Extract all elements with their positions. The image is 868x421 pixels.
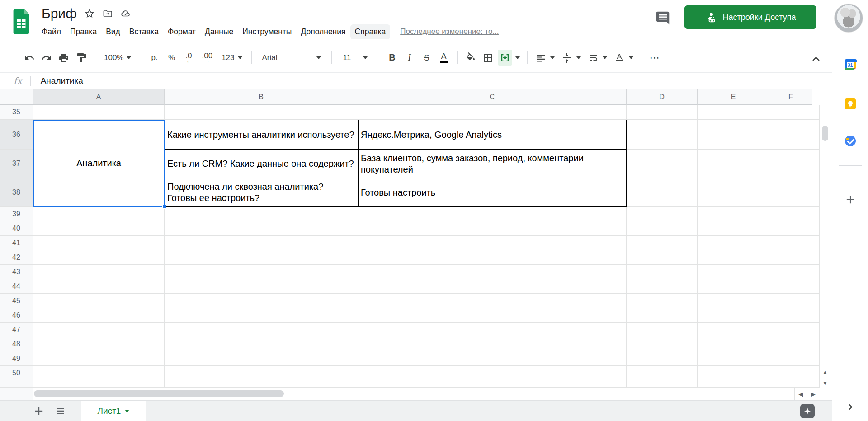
select-all-corner[interactable] bbox=[0, 89, 33, 105]
document-title[interactable]: Бриф bbox=[42, 6, 77, 21]
row-header-47[interactable]: 47 bbox=[0, 323, 33, 337]
row-header-36[interactable]: 36 bbox=[0, 120, 33, 150]
star-icon[interactable] bbox=[84, 8, 95, 19]
scroll-right-icon[interactable]: ▶ bbox=[807, 388, 820, 400]
row-header-44[interactable]: 44 bbox=[0, 279, 33, 294]
menu-item-6[interactable]: Инструменты bbox=[238, 24, 296, 39]
cloud-status-icon[interactable] bbox=[120, 8, 131, 19]
grid-line bbox=[33, 279, 819, 279]
comment-history-icon[interactable] bbox=[655, 10, 671, 26]
menu-item-2[interactable]: Вид bbox=[101, 24, 125, 39]
row-header-41[interactable]: 41 bbox=[0, 236, 33, 250]
horizontal-scroll-buttons: ◀ ▶ bbox=[794, 388, 819, 400]
keep-icon[interactable] bbox=[844, 98, 857, 110]
horizontal-align-icon[interactable] bbox=[533, 50, 548, 66]
merge-options-caret[interactable] bbox=[515, 56, 520, 59]
menu-item-1[interactable]: Правка bbox=[66, 24, 101, 39]
horizontal-scrollbar-thumb[interactable] bbox=[34, 390, 284, 397]
svg-text:31: 31 bbox=[847, 62, 853, 68]
font-select[interactable]: Arial bbox=[258, 50, 326, 66]
column-header-B[interactable]: B bbox=[165, 89, 358, 105]
share-settings-button[interactable]: Настройки Доступа bbox=[684, 5, 816, 29]
undo-icon[interactable] bbox=[22, 50, 37, 66]
more-formats-button[interactable]: 123 bbox=[218, 50, 245, 66]
toolbar-divider bbox=[642, 51, 642, 64]
currency-format-button[interactable]: р. bbox=[147, 50, 161, 66]
paint-format-icon[interactable] bbox=[74, 50, 88, 66]
menu-item-4[interactable]: Формат bbox=[163, 24, 200, 39]
row-header-49[interactable]: 49 bbox=[0, 351, 33, 366]
merge-cells-icon[interactable] bbox=[498, 50, 512, 66]
scroll-left-icon[interactable]: ◀ bbox=[794, 388, 807, 400]
grid-line bbox=[33, 380, 819, 380]
column-header-F[interactable]: F bbox=[769, 89, 812, 105]
row-header-48[interactable]: 48 bbox=[0, 337, 33, 351]
increase-decimal-button[interactable]: .00→ bbox=[198, 50, 216, 66]
row-header-38[interactable]: 38 bbox=[0, 178, 33, 207]
borders-icon[interactable] bbox=[481, 50, 495, 66]
percent-format-button[interactable]: % bbox=[164, 50, 179, 66]
user-avatar[interactable] bbox=[834, 4, 863, 33]
column-header-E[interactable]: E bbox=[698, 89, 769, 105]
menu-item-8[interactable]: Справка bbox=[350, 24, 391, 39]
menu-item-7[interactable]: Дополнения bbox=[296, 24, 350, 39]
panel-divider bbox=[839, 165, 862, 166]
menu-item-3[interactable]: Вставка bbox=[125, 24, 163, 39]
row-header-partial[interactable] bbox=[0, 380, 33, 388]
scroll-down-icon[interactable]: ▼ bbox=[819, 379, 831, 388]
toolbar-divider bbox=[457, 51, 458, 64]
text-wrap-icon[interactable] bbox=[586, 50, 600, 66]
text-rotation-caret[interactable] bbox=[629, 56, 633, 59]
chevron-right-icon[interactable] bbox=[845, 402, 856, 412]
row-header-40[interactable]: 40 bbox=[0, 221, 33, 236]
sheet-tab-active[interactable]: Лист1 bbox=[81, 401, 146, 421]
add-addon-icon[interactable] bbox=[844, 193, 857, 206]
explore-sparkle-icon[interactable] bbox=[800, 404, 815, 418]
sheets-logo-icon[interactable] bbox=[13, 8, 30, 35]
vertical-align-icon[interactable] bbox=[560, 50, 574, 66]
more-toolbar-button[interactable]: ⋯ bbox=[648, 50, 662, 66]
vertical-scrollbar[interactable] bbox=[819, 105, 831, 388]
horizontal-align-caret[interactable] bbox=[550, 56, 555, 59]
row-header-37[interactable]: 37 bbox=[0, 150, 33, 178]
column-header-A[interactable]: A bbox=[33, 89, 165, 105]
row-header-50[interactable]: 50 bbox=[0, 366, 33, 380]
calendar-icon[interactable]: 31 bbox=[844, 58, 857, 71]
print-icon[interactable] bbox=[57, 50, 71, 66]
redo-icon[interactable] bbox=[39, 50, 54, 66]
vertical-align-caret[interactable] bbox=[576, 56, 581, 59]
vertical-scrollbar-thumb[interactable] bbox=[822, 126, 828, 141]
formula-input[interactable]: Аналитика bbox=[41, 76, 83, 86]
decrease-decimal-button[interactable]: .0← bbox=[181, 50, 196, 66]
menu-item-5[interactable]: Данные bbox=[200, 24, 238, 39]
column-header-C[interactable]: C bbox=[358, 89, 627, 105]
bold-button[interactable]: B bbox=[385, 50, 400, 66]
row-header-35[interactable]: 35 bbox=[0, 105, 33, 120]
row-header-43[interactable]: 43 bbox=[0, 265, 33, 279]
add-sheet-icon[interactable] bbox=[33, 405, 45, 417]
column-header-D[interactable]: D bbox=[627, 89, 698, 105]
fill-handle[interactable] bbox=[162, 205, 166, 209]
tasks-icon[interactable] bbox=[844, 135, 857, 147]
fill-color-icon[interactable] bbox=[463, 50, 478, 66]
row-header-42[interactable]: 42 bbox=[0, 250, 33, 265]
collapse-toolbar-icon[interactable] bbox=[809, 52, 823, 66]
grid-line bbox=[33, 264, 819, 265]
sheet-tab-caret[interactable] bbox=[125, 410, 129, 412]
text-color-button[interactable]: A bbox=[437, 50, 451, 66]
row-header-46[interactable]: 46 bbox=[0, 308, 33, 323]
scrollbar-corner-stub bbox=[0, 388, 33, 400]
text-rotation-icon[interactable] bbox=[612, 50, 627, 66]
all-sheets-icon[interactable] bbox=[54, 405, 67, 417]
strikethrough-button[interactable]: S bbox=[420, 50, 434, 66]
text-wrap-caret[interactable] bbox=[603, 56, 607, 59]
scroll-up-icon[interactable]: ▲ bbox=[819, 368, 831, 377]
row-header-39[interactable]: 39 bbox=[0, 207, 33, 221]
italic-button[interactable]: I bbox=[402, 50, 417, 66]
last-edit-link[interactable]: Последнее изменение: то... bbox=[400, 27, 499, 36]
font-size-select[interactable]: 11 bbox=[338, 50, 373, 66]
row-header-45[interactable]: 45 bbox=[0, 294, 33, 308]
menu-item-0[interactable]: Файл bbox=[37, 24, 66, 39]
move-folder-icon[interactable] bbox=[102, 8, 113, 19]
zoom-select[interactable]: 100% bbox=[100, 50, 135, 66]
